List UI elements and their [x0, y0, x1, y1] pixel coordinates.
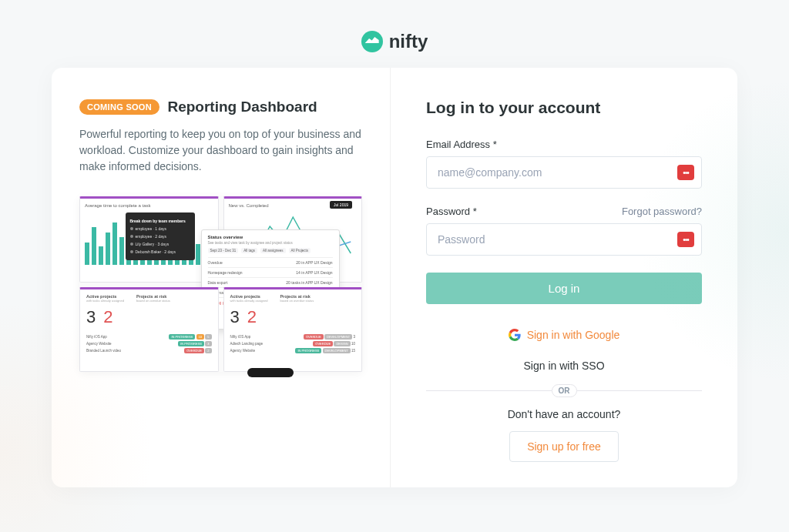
forgot-password-link[interactable]: Forgot password? — [622, 206, 702, 217]
email-label: Email Address * — [426, 139, 702, 150]
password-label-row: Password * Forgot password? — [426, 206, 702, 217]
stat-card-right: Active projects with tasks already assig… — [223, 287, 363, 372]
preview-bar-chart: Average time to complete a task Break — [79, 196, 219, 283]
stat-card-left: Active projects with tasks already assig… — [79, 287, 219, 372]
password-label: Password * — [426, 206, 477, 217]
nifty-icon — [361, 31, 383, 52]
dark-toolbar — [247, 368, 294, 377]
promo-panel: COMING SOON Reporting Dashboard Powerful… — [52, 68, 391, 487]
sso-signin-button[interactable]: Sign in with SSO — [426, 353, 702, 378]
login-title: Log in to your account — [426, 99, 702, 117]
promo-title: Reporting Dashboard — [167, 99, 317, 115]
google-icon — [509, 329, 521, 341]
login-panel: Log in to your account Email Address * •… — [391, 68, 737, 487]
email-field[interactable] — [426, 156, 702, 189]
divider-text: OR — [552, 384, 577, 397]
password-field[interactable] — [426, 223, 702, 256]
brand-logo: nifty — [0, 0, 789, 52]
no-account-text: Don't have an account? — [426, 408, 702, 420]
brand-name: nifty — [389, 31, 428, 52]
password-manager-icon[interactable]: ••• — [677, 165, 694, 180]
date-badge: Jul 2019 — [330, 201, 352, 209]
promo-description: Powerful reporting to keep you on top of… — [79, 126, 362, 175]
preview-line-chart: New vs. Completed Jul 2019 Status overvi… — [223, 196, 363, 283]
divider: OR — [426, 384, 702, 397]
dashboard-preview-image: Average time to complete a task Break — [79, 196, 362, 372]
chart-tooltip: Break down by team members employee · 1 … — [126, 212, 195, 260]
password-manager-icon[interactable]: ••• — [677, 232, 694, 247]
google-signin-button[interactable]: Sign in with Google — [426, 323, 702, 347]
coming-soon-badge: COMING SOON — [79, 99, 159, 115]
promo-heading-row: COMING SOON Reporting Dashboard — [79, 99, 362, 115]
auth-card: COMING SOON Reporting Dashboard Powerful… — [52, 68, 737, 487]
signup-button[interactable]: Sign up for free — [509, 431, 619, 462]
login-button[interactable]: Log in — [426, 273, 702, 304]
